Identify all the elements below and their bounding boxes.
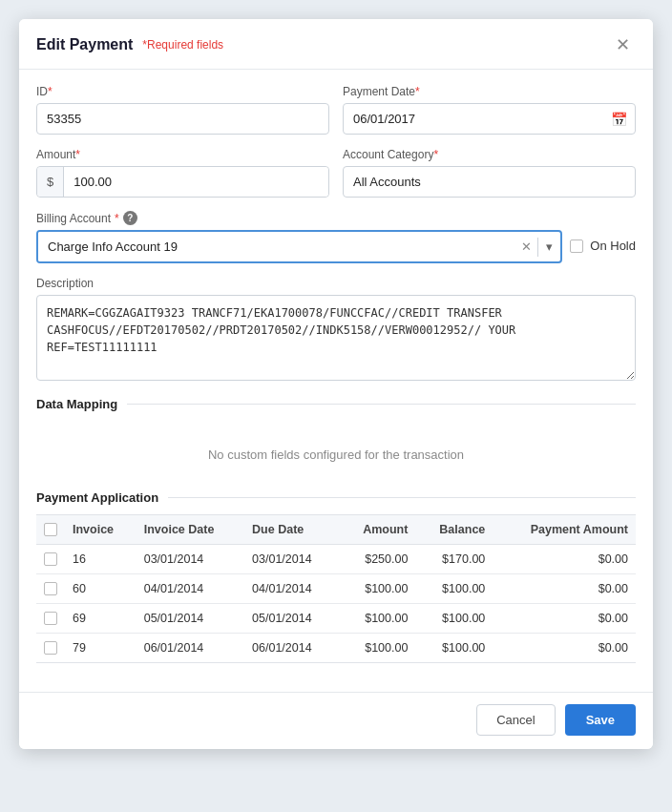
row-checkbox-cell	[36, 545, 65, 574]
account-category-label: Account Category*	[343, 148, 636, 161]
table-row: 79 06/01/2014 06/01/2014 $100.00 $100.00…	[36, 634, 636, 663]
row-invoice-date: 03/01/2014	[136, 545, 244, 574]
description-textarea[interactable]: REMARK=CGGZAGAIT9323 TRANCF71/EKA1700078…	[36, 295, 636, 381]
billing-account-group: Billing Account* ? ✕ ▾	[36, 211, 562, 263]
date-input-wrap: 📅	[343, 103, 636, 135]
header-due-date: Due Date	[244, 515, 339, 545]
payment-application-section: Payment Application Invoice Invoice Date…	[36, 490, 636, 663]
row-payment-amount: $0.00	[493, 545, 636, 574]
payment-app-divider-line	[168, 497, 636, 498]
header-checkbox-cell	[36, 515, 65, 545]
row-invoice: 79	[65, 634, 136, 663]
modal-title: Edit Payment	[36, 36, 133, 53]
row-payment-amount: $0.00	[493, 604, 636, 634]
table-header-row: Invoice Invoice Date Due Date Amount Bal…	[36, 515, 636, 545]
account-category-input[interactable]	[343, 166, 636, 198]
table-row: 16 03/01/2014 03/01/2014 $250.00 $170.00…	[36, 545, 636, 574]
billing-account-clear-icon[interactable]: ✕	[515, 239, 537, 254]
amount-account-row: Amount* $ Account Category*	[36, 148, 636, 198]
amount-input-wrap: $	[36, 166, 329, 198]
on-hold-group: On Hold	[570, 221, 636, 253]
row-payment-amount: $0.00	[493, 574, 636, 604]
row-select-checkbox-2[interactable]	[44, 612, 57, 625]
payment-date-label: Payment Date*	[343, 85, 636, 98]
row-due-date: 04/01/2014	[244, 574, 339, 604]
id-group: ID*	[36, 85, 329, 135]
amount-label: Amount*	[36, 148, 329, 161]
payment-date-group: Payment Date* 📅	[343, 85, 636, 135]
amount-input[interactable]	[64, 167, 328, 197]
select-all-checkbox[interactable]	[44, 523, 57, 536]
row-select-checkbox-1[interactable]	[44, 582, 57, 595]
description-label: Description	[36, 277, 636, 290]
on-hold-checkbox[interactable]	[570, 239, 583, 253]
row-amount: $250.00	[339, 545, 415, 574]
payment-application-table: Invoice Invoice Date Due Date Amount Bal…	[36, 514, 636, 663]
help-icon[interactable]: ?	[123, 211, 137, 225]
row-balance: $100.00	[415, 634, 493, 663]
payment-date-input[interactable]	[343, 103, 636, 135]
table-row: 60 04/01/2014 04/01/2014 $100.00 $100.00…	[36, 574, 636, 604]
row-payment-amount: $0.00	[493, 634, 636, 663]
table-row: 69 05/01/2014 05/01/2014 $100.00 $100.00…	[36, 604, 636, 634]
id-label: ID*	[36, 85, 329, 98]
id-payment-date-row: ID* Payment Date* 📅	[36, 85, 636, 135]
save-button[interactable]: Save	[565, 704, 636, 736]
header-invoice: Invoice	[65, 515, 136, 545]
billing-account-label: Billing Account* ?	[36, 211, 562, 225]
header-payment-amount: Payment Amount	[493, 515, 636, 545]
payment-application-title: Payment Application	[36, 490, 158, 505]
row-due-date: 06/01/2014	[244, 634, 339, 663]
row-invoice: 16	[65, 545, 136, 574]
row-checkbox-cell	[36, 604, 65, 634]
amount-group: Amount* $	[36, 148, 329, 198]
data-mapping-title: Data Mapping	[36, 397, 117, 411]
row-amount: $100.00	[339, 634, 415, 663]
payment-application-table-body: 16 03/01/2014 03/01/2014 $250.00 $170.00…	[36, 545, 636, 663]
section-divider-line	[127, 404, 636, 405]
billing-account-input[interactable]	[38, 232, 515, 261]
edit-payment-modal: Edit Payment *Required fields ✕ ID* Paym…	[19, 19, 653, 749]
row-due-date: 03/01/2014	[244, 545, 339, 574]
header-balance: Balance	[415, 515, 493, 545]
row-amount: $100.00	[339, 574, 415, 604]
payment-application-section-header: Payment Application	[36, 490, 636, 505]
modal-footer: Cancel Save	[19, 692, 653, 749]
on-hold-label: On Hold	[590, 239, 636, 253]
id-input[interactable]	[36, 103, 329, 135]
row-invoice-date: 06/01/2014	[136, 634, 244, 663]
modal-header: Edit Payment *Required fields ✕	[19, 19, 653, 70]
row-checkbox-cell	[36, 574, 65, 604]
row-select-checkbox-3[interactable]	[44, 641, 57, 655]
row-amount: $100.00	[339, 604, 415, 634]
header-amount: Amount	[339, 515, 415, 545]
row-invoice: 60	[65, 574, 136, 604]
row-invoice-date: 05/01/2014	[136, 604, 244, 634]
row-balance: $170.00	[415, 545, 493, 574]
account-category-group: Account Category*	[343, 148, 636, 198]
row-balance: $100.00	[415, 604, 493, 634]
no-custom-fields-message: No custom fields configured for the tran…	[36, 421, 636, 481]
row-select-checkbox-0[interactable]	[44, 552, 57, 566]
calendar-icon: 📅	[611, 112, 627, 127]
billing-account-select: ✕ ▾	[36, 230, 562, 263]
row-invoice: 69	[65, 604, 136, 634]
required-fields-label: *Required fields	[142, 38, 223, 52]
dollar-prefix: $	[37, 167, 64, 197]
row-balance: $100.00	[415, 574, 493, 604]
description-group: Description REMARK=CGGZAGAIT9323 TRANCF7…	[36, 277, 636, 384]
modal-body: ID* Payment Date* 📅 Amount*	[19, 70, 653, 692]
close-button[interactable]: ✕	[610, 32, 636, 57]
row-invoice-date: 04/01/2014	[136, 574, 244, 604]
billing-onhold-row: Billing Account* ? ✕ ▾ On Hold	[36, 211, 636, 263]
row-checkbox-cell	[36, 634, 65, 663]
cancel-button[interactable]: Cancel	[476, 704, 555, 736]
row-due-date: 05/01/2014	[244, 604, 339, 634]
billing-account-dropdown-icon[interactable]: ▾	[538, 239, 560, 254]
header-invoice-date: Invoice Date	[136, 515, 244, 545]
data-mapping-section-header: Data Mapping	[36, 397, 636, 411]
